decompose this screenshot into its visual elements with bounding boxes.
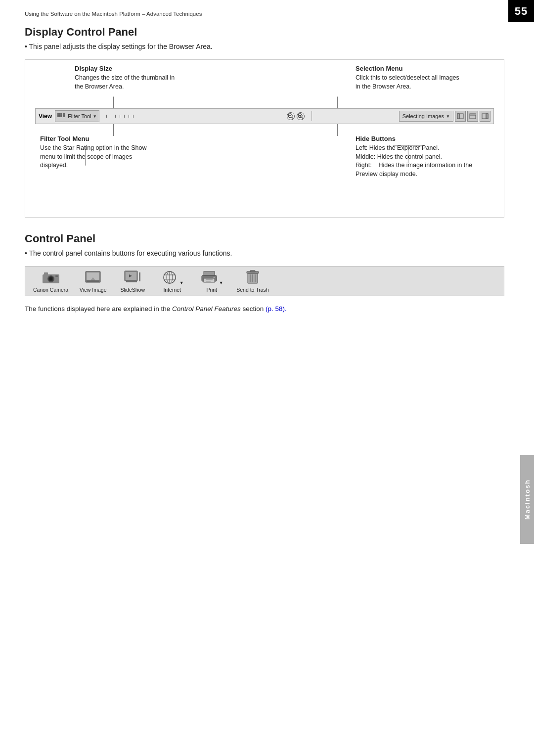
slider-tick (115, 115, 116, 118)
svg-rect-51 (206, 281, 211, 282)
svg-line-17 (302, 118, 303, 119)
cp-label-slideshow: SlideShow (120, 287, 145, 293)
annotation-hide-buttons-right-text: Right: Hides the image information in th… (356, 161, 479, 178)
annotation-hide-buttons-left-text: Left: Hides the Explorer Panel. (356, 144, 479, 153)
svg-point-31 (49, 277, 52, 280)
svg-rect-19 (457, 114, 459, 119)
hide-control-panel-button[interactable] (467, 111, 478, 122)
camera-icon (42, 269, 60, 285)
selecting-images-arrow-icon: ▼ (446, 114, 450, 119)
svg-rect-9 (60, 115, 62, 117)
section-title-display-control-panel: Display Control Panel (25, 26, 504, 39)
cp-button-canon-camera: Canon Camera (33, 269, 68, 293)
annotation-hide-buttons-middle-text: Middle: Hides the control panel. (356, 153, 479, 162)
svg-rect-47 (204, 271, 215, 275)
cp-button-internet: ▼ Internet (157, 269, 187, 293)
control-panel-toolbar: Canon Camera View Image (25, 266, 504, 296)
cp-label-internet: Internet (163, 287, 181, 293)
footer-suffix: section (241, 305, 266, 312)
svg-rect-7 (63, 113, 65, 115)
svg-rect-40 (126, 281, 137, 282)
footer-text: The functions displayed here are explain… (25, 304, 504, 314)
slider-tick (129, 115, 129, 118)
zoom-icons (286, 112, 306, 120)
svg-rect-36 (87, 280, 99, 282)
slider-tick (111, 115, 111, 118)
section-intro-control: • The control panel contains buttons for… (25, 249, 504, 257)
annotation-selection-menu-title: Selection Menu (356, 65, 464, 72)
annotation-hide-buttons-right-detail: Hides the image information in the Previ… (356, 162, 472, 178)
footer-link[interactable]: (p. 58). (266, 305, 287, 312)
print-arrow-icon: ▼ (219, 280, 223, 285)
page-number: 55 (508, 0, 534, 22)
cp-button-send-to-trash: Send to Trash (236, 269, 268, 293)
slider-tick (124, 115, 125, 118)
view-image-icon (84, 269, 102, 285)
toolbar-view-label: View (39, 113, 52, 120)
hide-preview-button[interactable] (480, 111, 490, 122)
annotation-hide-buttons-title: Hide Buttons (356, 135, 479, 142)
slider-area (104, 115, 280, 118)
svg-rect-28 (44, 272, 48, 275)
filter-tool-arrow-icon: ▼ (93, 114, 97, 119)
cp-label-canon-camera: Canon Camera (33, 287, 68, 293)
filter-tool-icon (57, 112, 66, 120)
cp-label-view-image: View Image (80, 287, 107, 293)
svg-rect-6 (60, 113, 62, 115)
internet-icon (161, 269, 178, 285)
annotation-selection-menu-text: Click this to select/deselect all images… (356, 74, 464, 91)
annotation-display-size: Display Size Changes the size of the thu… (75, 65, 183, 91)
section-intro-display: • This panel adjusts the display setting… (25, 43, 504, 50)
print-icon (200, 269, 218, 285)
cp-label-print: Print (206, 287, 217, 293)
svg-rect-8 (57, 115, 60, 117)
svg-rect-54 (250, 270, 255, 272)
annotation-filter-tool-menu-text: Use the Star Rating option in the Show m… (40, 144, 159, 170)
macintosh-tab: Macintosh (520, 455, 534, 544)
slider-tick (106, 115, 107, 118)
svg-rect-41 (139, 272, 140, 281)
filter-tool-text: Filter Tool (68, 113, 91, 119)
annotation-display-size-text: Changes the size of the thumbnail in the… (75, 74, 183, 91)
trash-icon (244, 269, 262, 285)
cp-button-view-image: View Image (78, 269, 108, 293)
annotation-filter-tool-menu-title: Filter Tool Menu (40, 135, 159, 142)
toolbar-mock: View Filter Tool ▼ (35, 108, 494, 124)
annotation-hide-buttons-right-label: Right: (356, 162, 372, 169)
section-title-control-panel: Control Panel (25, 232, 504, 245)
selecting-images-dropdown[interactable]: Selecting Images ▼ (399, 111, 453, 122)
svg-rect-5 (57, 113, 60, 115)
internet-arrow-icon: ▼ (179, 280, 184, 285)
cp-button-print: ▼ Print (197, 269, 226, 293)
toolbar-divider (312, 111, 312, 121)
svg-rect-25 (486, 114, 488, 119)
display-control-panel-diagram: Display Size Changes the size of the thu… (25, 59, 504, 218)
breadcrumb: Using the Software on the Macintosh Plat… (25, 11, 504, 17)
svg-point-52 (213, 277, 215, 278)
annotation-hide-buttons: Hide Buttons Left: Hides the Explorer Pa… (356, 135, 479, 178)
zoom-out-icon[interactable] (287, 112, 295, 120)
svg-rect-49 (204, 278, 215, 282)
annotation-display-size-title: Display Size (75, 65, 183, 72)
annotation-selection-menu: Selection Menu Click this to select/dese… (356, 65, 464, 91)
toolbar-right-section: Selecting Images ▼ (315, 111, 490, 122)
footer-prefix: The functions displayed here are explain… (25, 305, 172, 312)
zoom-in-icon[interactable] (297, 112, 305, 120)
hide-explorer-button[interactable] (455, 111, 466, 122)
slideshow-icon (124, 269, 141, 285)
svg-rect-50 (206, 279, 213, 280)
svg-rect-32 (55, 275, 58, 277)
annotation-filter-tool-menu: Filter Tool Menu Use the Star Rating opt… (40, 135, 159, 178)
svg-rect-10 (63, 115, 65, 117)
cp-label-send-to-trash: Send to Trash (236, 287, 268, 293)
slider-tick (133, 115, 134, 118)
selecting-images-text: Selecting Images (402, 113, 444, 119)
slider-tick (120, 115, 120, 118)
svg-line-13 (292, 118, 293, 119)
footer-italic: Control Panel Features (172, 305, 241, 312)
cp-button-slideshow: SlideShow (118, 269, 147, 293)
filter-tool-section[interactable]: Filter Tool ▼ (55, 110, 99, 122)
